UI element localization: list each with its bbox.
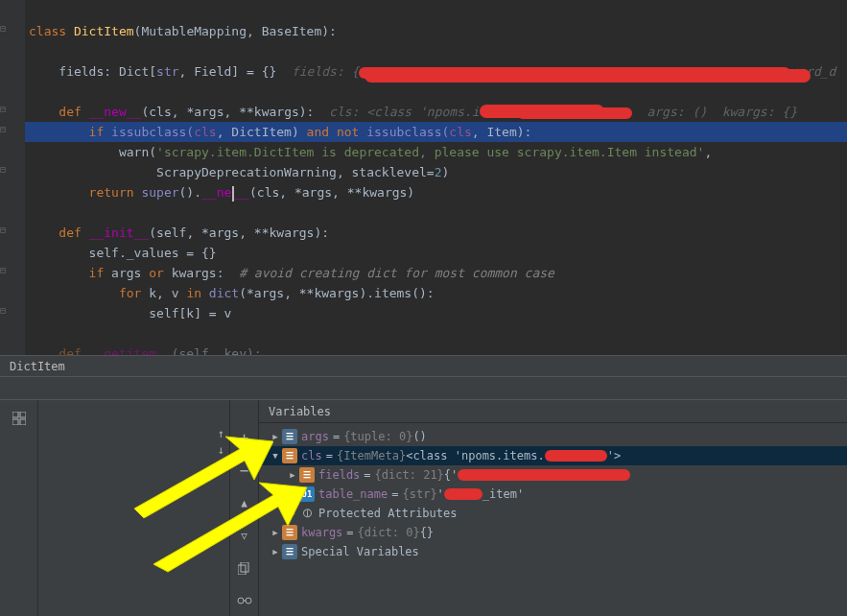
grid-icon[interactable]: [9, 408, 30, 429]
variable-name: cls: [301, 446, 322, 465]
builtin-dict: dict: [209, 286, 239, 300]
fold-icon[interactable]: ⊟: [0, 104, 6, 114]
keyword-return: return: [29, 185, 141, 200]
builtin-issubclass2: issubclass(: [366, 125, 449, 139]
variable-row[interactable]: ▶ⓘProtected Attributes: [259, 504, 847, 523]
variable-name: Special Variables: [301, 542, 419, 561]
variable-name: args: [301, 427, 329, 446]
fold-icon[interactable]: ⊟: [0, 305, 6, 316]
svg-point-7: [246, 598, 251, 604]
redaction: [458, 469, 630, 481]
builtin-super: super: [141, 185, 178, 200]
magic-new-call: __ne: [201, 185, 231, 200]
expand-toggle[interactable]: ▶: [269, 523, 282, 542]
variable-name: Protected Attributes: [318, 504, 458, 523]
args-check: args: [111, 266, 149, 280]
frames-panel: ↑ ↓: [38, 400, 230, 616]
expand-toggle[interactable]: ▶: [286, 504, 299, 523]
debug-panel: ↑ ↓ + − ▲ ▽ Variables ▶☰args = {tuple: 0…: [0, 400, 847, 616]
variables-tree[interactable]: ▶☰args = {tuple: 0} ()▼☰cls = {ItemMeta}…: [259, 423, 847, 565]
panel-divider: [0, 376, 847, 400]
magic-init: __init__: [89, 225, 150, 240]
str-icon: 01: [299, 486, 315, 502]
dict-icon: ☰: [299, 467, 315, 483]
variable-row[interactable]: ▶☰Special Variables: [259, 542, 847, 561]
expand-toggle[interactable]: ▼: [269, 446, 282, 465]
variables-panel: + − ▲ ▽ Variables ▶☰args = {tuple: 0} ()…: [230, 400, 847, 616]
fold-icon[interactable]: ⊟: [0, 225, 6, 235]
variable-row[interactable]: ▼☰cls = {ItemMeta} <class 'npoms.items.'…: [259, 446, 847, 465]
fields-rest: , Field] = {}: [179, 64, 292, 79]
keyword-def: def: [29, 346, 89, 355]
remove-watch-icon[interactable]: −: [234, 460, 255, 481]
fold-icon[interactable]: ⊟: [0, 164, 6, 175]
redaction: [444, 488, 482, 500]
expand-toggle[interactable]: ▶: [269, 542, 282, 561]
code-content: class DictItem(MutableMapping, BaseItem)…: [29, 0, 847, 355]
variable-value: ': [437, 485, 444, 504]
frame-up-icon[interactable]: ↑: [218, 427, 224, 440]
variables-title: Variables: [269, 405, 331, 418]
tuple-icon: ☰: [282, 429, 297, 444]
prot-icon: ⓘ: [299, 506, 315, 521]
redaction: [480, 105, 604, 118]
item-assign: self[k] = v: [29, 306, 231, 320]
breadcrumb-item[interactable]: DictItem: [10, 360, 65, 373]
expand-toggle[interactable]: ▶: [286, 465, 299, 485]
add-watch-icon[interactable]: +: [234, 427, 255, 448]
variable-row[interactable]: ▶☰fields = {dict: 21} {': [259, 465, 847, 485]
cls-param: cls: [194, 125, 216, 139]
comment: # avoid creating dict for most common ca…: [239, 266, 554, 280]
variable-value: <class 'npoms.items.: [406, 446, 545, 465]
variable-row[interactable]: ▶☰kwargs = {dict: 0} {}: [259, 523, 847, 542]
glasses-icon[interactable]: [234, 590, 255, 611]
breadcrumb[interactable]: DictItem: [0, 355, 847, 376]
expand-toggle[interactable]: ▶: [269, 427, 282, 446]
redaction: [365, 69, 811, 83]
getitem-params: (self, key):: [172, 346, 262, 355]
equals-sign: =: [333, 427, 340, 446]
keyword-for: for: [29, 286, 149, 300]
warn-comma: ,: [704, 145, 712, 159]
frame-down-icon[interactable]: ↓: [218, 443, 224, 457]
svg-rect-2: [12, 419, 18, 425]
redaction: [545, 450, 607, 462]
item-arg: , Item):: [472, 125, 532, 139]
svg-rect-0: [12, 412, 18, 417]
keyword-or: or: [149, 266, 171, 280]
hint-fields: fields: {: [292, 64, 359, 79]
builtin-str: str: [156, 64, 178, 79]
warn-string: 'scrapy.item.DictItem is deprecated, ple…: [156, 145, 704, 159]
move-up-icon[interactable]: ▲: [234, 492, 255, 513]
move-down-icon[interactable]: ▽: [234, 525, 255, 546]
items-call: (*args, **kwargs).items():: [239, 286, 435, 300]
values-init: self._values = {}: [29, 246, 217, 260]
variable-row[interactable]: ▶☰args = {tuple: 0} (): [259, 427, 847, 446]
svg-rect-3: [20, 419, 26, 425]
variables-header: Variables: [259, 400, 847, 423]
variable-type: {tuple: 0}: [343, 427, 412, 446]
kwargs-check: kwargs:: [172, 266, 239, 280]
equals-sign: =: [364, 465, 370, 485]
editor-gutter: ⊟ ⊟ ⊟ ⊟ ⊟ ⊟ ⊟: [0, 0, 25, 355]
fold-icon[interactable]: ⊟: [0, 265, 6, 275]
equals-sign: =: [346, 523, 353, 542]
keyword-and-not: and not: [307, 125, 367, 139]
equals-sign: =: [391, 485, 398, 504]
new-params: (cls, *args, **kwargs):: [141, 105, 329, 119]
warn-line2: ScrapyDeprecationWarning, stacklevel=: [29, 165, 435, 179]
code-editor[interactable]: ⊟ ⊟ ⊟ ⊟ ⊟ ⊟ ⊟ class DictItem(MutableMapp…: [0, 0, 847, 355]
variable-value: {': [444, 465, 458, 485]
variable-value: {}: [420, 523, 434, 542]
keyword-if: if: [29, 266, 111, 280]
variable-type: {dict: 21}: [375, 465, 444, 485]
variable-name: fields: [318, 465, 360, 485]
copy-icon[interactable]: [234, 557, 255, 579]
fold-icon[interactable]: ⊟: [0, 23, 6, 34]
fold-icon[interactable]: ⊟: [0, 124, 6, 134]
keyword-def: def: [29, 105, 89, 119]
dict-icon: ☰: [282, 525, 297, 540]
dictitem-arg: , DictItem): [217, 125, 307, 139]
variable-row[interactable]: 01table_name = {str} '_item': [259, 485, 847, 504]
class-name: DictItem: [74, 24, 134, 38]
